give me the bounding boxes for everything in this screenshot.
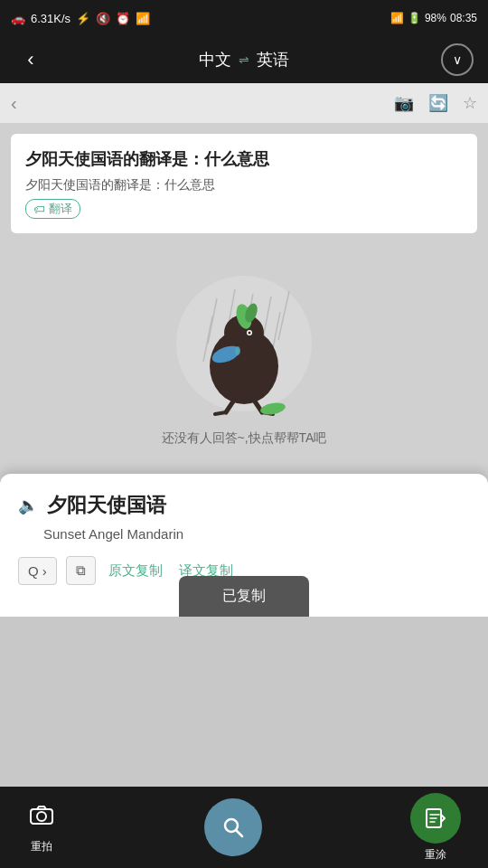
time: 08:35	[450, 12, 477, 24]
copy-icon: ⧉	[76, 562, 86, 579]
svg-point-18	[249, 332, 251, 335]
svg-line-14	[215, 412, 226, 414]
empty-state: 还没有人回答~,快点帮帮TA吧	[0, 244, 488, 465]
nav-bar: ‹ 中文 ⇌ 英语 ∨	[0, 36, 488, 83]
bluetooth-icon: ⚡	[76, 12, 90, 25]
tag-label: 翻译	[49, 201, 72, 217]
mute-icon: 🔇	[96, 12, 110, 25]
trans-original-row: 🔈 夕阳天使国语	[18, 492, 470, 519]
battery-percent: 98%	[425, 12, 446, 24]
nav-title-en: 英语	[257, 49, 289, 71]
wifi-speed: 6.31K/s	[31, 12, 70, 25]
retake-button[interactable]: 重拍	[27, 800, 56, 854]
svg-point-21	[37, 812, 46, 821]
svg-line-5	[203, 316, 212, 362]
main-content: ‹ 📷 🔄 ☆ 夕阳天使国语的翻译是：什么意思 夕阳天使国语的翻译是：什么意思 …	[0, 83, 488, 617]
bottom-toolbar: 重拍 重涂	[0, 787, 488, 868]
empty-illustration	[172, 271, 316, 416]
sec-icons: 📷 🔄 ☆	[394, 93, 477, 113]
status-bar: 🚗 6.31K/s ⚡ 🔇 ⏰ 📶 📶 🔋 98% 08:35	[0, 0, 488, 36]
trans-search-button[interactable]: Q ›	[18, 557, 57, 585]
star-icon[interactable]: ☆	[463, 93, 477, 113]
sec-back-button[interactable]: ‹	[11, 93, 17, 114]
secondary-nav: ‹ 📷 🔄 ☆	[0, 83, 488, 123]
nav-more-button[interactable]: ∨	[441, 43, 474, 76]
rotate-icon[interactable]: 🔄	[428, 93, 448, 113]
svg-line-12	[226, 401, 233, 412]
redo-icon-btn[interactable]	[410, 793, 461, 844]
question-tag[interactable]: 🏷 翻译	[25, 199, 80, 219]
alarm-icon: ⏰	[116, 12, 130, 25]
svg-line-23	[236, 830, 242, 836]
question-card: 夕阳天使国语的翻译是：什么意思 夕阳天使国语的翻译是：什么意思 🏷 翻译	[11, 134, 477, 233]
signal-icon: 📶	[390, 12, 404, 24]
nav-title: 中文 ⇌ 英语	[199, 49, 289, 71]
redo-label: 重涂	[425, 847, 446, 863]
trans-translated-text: Sunset Angel Mandarin	[18, 526, 470, 542]
battery-icon: 🔋	[408, 12, 421, 24]
trans-copy-original-button[interactable]: 原文复制	[105, 557, 166, 585]
copied-toast: 已复制	[179, 576, 309, 617]
trans-copy-button[interactable]: ⧉	[66, 556, 96, 585]
camera-icon[interactable]: 📷	[394, 93, 414, 113]
nav-arrow-icon: ⇌	[239, 52, 249, 67]
redo-button[interactable]: 重涂	[410, 793, 461, 863]
car-icon: 🚗	[11, 12, 25, 25]
back-button[interactable]: ‹	[14, 43, 47, 76]
retake-label: 重拍	[31, 839, 52, 854]
empty-text: 还没有人回答~,快点帮帮TA吧	[162, 430, 327, 447]
question-title: 夕阳天使国语的翻译是：什么意思	[25, 148, 463, 170]
svg-point-19	[235, 346, 240, 355]
search-center-button[interactable]	[204, 798, 262, 856]
nav-title-zh: 中文	[199, 49, 231, 71]
camera-retake-icon	[27, 800, 56, 835]
question-subtitle: 夕阳天使国语的翻译是：什么意思	[25, 177, 463, 193]
svg-line-0	[208, 298, 217, 344]
tag-icon: 🏷	[33, 203, 45, 216]
status-right: 📶 🔋 98% 08:35	[390, 12, 477, 24]
wifi-icon: 📶	[136, 12, 150, 25]
copied-text: 已复制	[222, 588, 266, 603]
trans-original-text: 夕阳天使国语	[47, 492, 166, 519]
status-left: 🚗 6.31K/s ⚡ 🔇 ⏰ 📶	[11, 12, 150, 25]
speaker-icon[interactable]: 🔈	[18, 495, 38, 515]
